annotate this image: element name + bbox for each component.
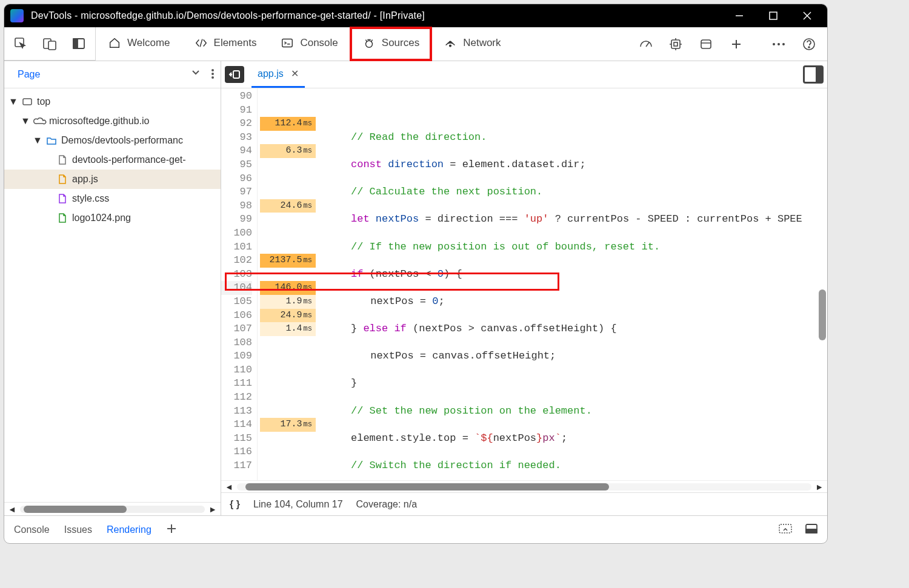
svg-rect-31	[23, 99, 32, 105]
close-icon[interactable]: ✕	[291, 68, 299, 79]
performance-icon[interactable]	[637, 36, 654, 53]
svg-rect-14	[674, 42, 678, 46]
devtools-tabs-row: Welcome Elements Console Sources Network	[4, 27, 827, 61]
pretty-print-button[interactable]: { }	[230, 499, 240, 510]
code-content[interactable]: // Read the direction. const direction =…	[318, 88, 827, 480]
drawer-tab-issues[interactable]: Issues	[64, 524, 92, 535]
help-icon[interactable]	[801, 36, 817, 53]
svg-line-12	[646, 42, 649, 47]
editor-pane: app.js✕ 90919293949596979899100101102103…	[221, 61, 827, 515]
line-gutter: 9091929394959697989910010110210310410510…	[221, 88, 258, 480]
editor-status: { } Line 104, Column 17 Coverage: n/a	[221, 492, 827, 515]
tab-elements[interactable]: Elements	[182, 27, 269, 61]
devtools-window: DevTools - microsoftedge.github.io/Demos…	[4, 4, 828, 544]
more-icon[interactable]	[770, 36, 787, 53]
tree-file-png[interactable]: logo1024.png	[4, 208, 221, 228]
drawer-expand-icon[interactable]	[779, 524, 792, 536]
tab-console[interactable]: Console	[268, 27, 350, 61]
inspect-element-icon[interactable]	[12, 35, 30, 53]
tab-elements-label: Elements	[214, 37, 257, 49]
tab-network[interactable]: Network	[431, 27, 513, 61]
tab-welcome-label: Welcome	[127, 37, 170, 49]
svg-rect-1	[770, 12, 777, 19]
tab-sources[interactable]: Sources	[350, 27, 431, 61]
more-vertical-icon[interactable]	[211, 68, 215, 81]
tree-folder[interactable]: ▼Demos/devtools-performanc	[4, 131, 221, 150]
tree-file-html[interactable]: devtools-performance-get-	[4, 150, 221, 170]
svg-point-28	[211, 69, 214, 71]
tree-file-css[interactable]: style.css	[4, 189, 221, 208]
drawer-dock-icon[interactable]	[805, 524, 817, 536]
sidebar-page-label[interactable]: Page	[10, 65, 47, 84]
minimize-button[interactable]	[731, 8, 747, 24]
svg-rect-37	[806, 529, 817, 533]
device-toggle-icon[interactable]	[41, 35, 59, 53]
tree-file-appjs[interactable]: app.js	[4, 170, 221, 189]
devtools-tabs: Welcome Elements Console Sources Network	[96, 27, 513, 61]
titlebar: DevTools - microsoftedge.github.io/Demos…	[4, 4, 827, 27]
inspect-cluster	[4, 27, 96, 61]
svg-point-25	[782, 43, 785, 45]
timing-gutter: 112.4ms 6.3ms 24.6ms 2137.5ms 146.0ms 1.…	[258, 88, 318, 480]
drawer-tab-rendering[interactable]: Rendering	[107, 524, 152, 535]
chevron-down-icon[interactable]	[191, 68, 200, 81]
svg-point-27	[808, 47, 810, 48]
svg-point-24	[777, 43, 780, 45]
file-tree: ▼top ▼microsoftedge.github.io ▼Demos/dev…	[4, 88, 221, 502]
application-icon[interactable]	[698, 36, 714, 53]
window-title: DevTools - microsoftedge.github.io/Demos…	[31, 10, 425, 21]
editor-tab-appjs[interactable]: app.js✕	[251, 61, 305, 88]
svg-point-30	[211, 76, 214, 79]
coverage-label: Coverage: n/a	[356, 499, 418, 510]
edge-logo-icon	[10, 9, 24, 22]
svg-rect-19	[701, 40, 711, 48]
drawer-tabs: Console Issues Rendering	[4, 515, 827, 543]
tab-sources-label: Sources	[382, 37, 419, 49]
code-area[interactable]: 9091929394959697989910010110210310410510…	[221, 88, 827, 480]
svg-rect-6	[48, 41, 56, 50]
maximize-button[interactable]	[765, 8, 781, 24]
memory-icon[interactable]	[667, 36, 684, 53]
nav-back-button[interactable]	[225, 66, 244, 83]
svg-rect-13	[671, 40, 680, 48]
svg-rect-8	[73, 39, 78, 48]
tree-top[interactable]: ▼top	[4, 92, 221, 111]
tab-welcome[interactable]: Welcome	[96, 27, 182, 61]
svg-point-11	[450, 45, 451, 47]
cursor-position: Line 104, Column 17	[253, 499, 343, 510]
svg-point-23	[773, 43, 775, 45]
svg-rect-32	[233, 71, 239, 78]
add-tab-icon[interactable]	[728, 36, 745, 53]
toggle-debugger-button[interactable]	[803, 65, 824, 84]
tree-domain[interactable]: ▼microsoftedge.github.io	[4, 111, 221, 131]
editor-hscroll[interactable]: ◄►	[221, 480, 827, 492]
svg-rect-9	[282, 39, 293, 47]
close-button[interactable]	[799, 8, 815, 24]
tab-network-label: Network	[463, 37, 501, 49]
add-drawer-tab-icon[interactable]	[166, 523, 177, 537]
drawer-tab-console[interactable]: Console	[14, 524, 50, 535]
sources-sidebar: Page ▼top ▼microsoftedge.github.io ▼Demo…	[4, 61, 221, 515]
tab-console-label: Console	[300, 37, 338, 49]
sidebar-hscroll[interactable]: ◄►	[4, 502, 221, 515]
dock-side-icon[interactable]	[70, 35, 88, 53]
editor-vscroll[interactable]	[819, 149, 826, 476]
svg-point-29	[211, 73, 214, 75]
